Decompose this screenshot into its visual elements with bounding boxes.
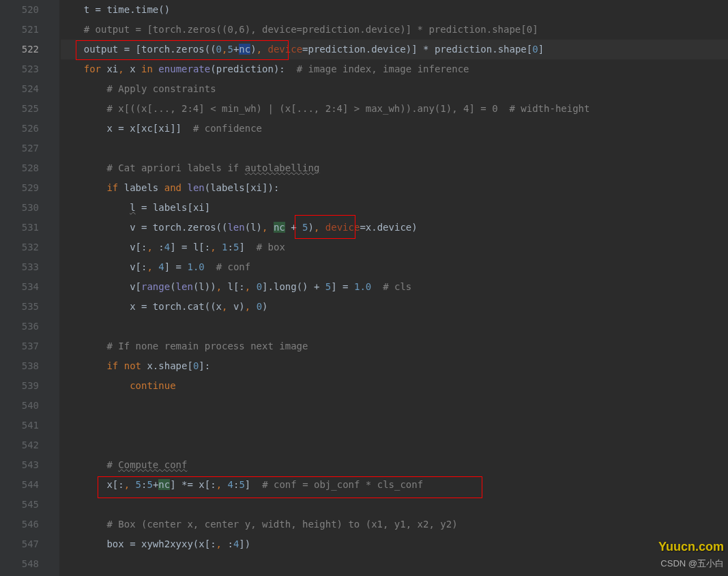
- code-line[interactable]: # Compute conf: [61, 455, 728, 475]
- line-number: 545: [0, 495, 39, 515]
- line-gutter: 5205215225235245255265275285295305315325…: [0, 0, 51, 576]
- code-line[interactable]: v[:, 4] = 1.0 # conf: [61, 257, 728, 277]
- code-editor[interactable]: 5205215225235245255265275285295305315325…: [0, 0, 728, 576]
- code-line[interactable]: box = xywh2xyxy(x[:, :4]): [61, 534, 728, 554]
- code-line[interactable]: # Cat apriori labels if autolabelling: [61, 158, 728, 178]
- line-number: 538: [0, 356, 39, 376]
- line-number: 547: [0, 534, 39, 554]
- code-line[interactable]: # x[((x[..., 2:4] < min_wh) | (x[..., 2:…: [61, 99, 728, 119]
- line-number: 526: [0, 119, 39, 139]
- line-number: 546: [0, 515, 39, 534]
- code-line[interactable]: [61, 416, 728, 435]
- code-line[interactable]: continue: [61, 376, 728, 396]
- line-number: 528: [0, 158, 39, 178]
- line-number: 535: [0, 297, 39, 317]
- line-number: 520: [0, 0, 39, 20]
- line-number: 540: [0, 396, 39, 416]
- code-line[interactable]: # output = [torch.zeros((0,6), device=pr…: [61, 20, 728, 40]
- code-line[interactable]: [61, 139, 728, 158]
- line-number: 543: [0, 455, 39, 475]
- line-number: 529: [0, 178, 39, 198]
- code-line[interactable]: x[:, 5:5+nc] *= x[:, 4:5] # conf = obj_c…: [61, 475, 728, 495]
- line-number: 524: [0, 79, 39, 99]
- code-line[interactable]: # Apply constraints: [61, 79, 728, 99]
- line-number: 531: [0, 218, 39, 237]
- code-line[interactable]: [61, 435, 728, 455]
- line-number: 530: [0, 198, 39, 218]
- code-line[interactable]: t = time.time(): [61, 0, 728, 20]
- line-number: 539: [0, 376, 39, 396]
- code-line-current[interactable]: output = [torch.zeros((0,5+nc), device=p…: [61, 40, 728, 59]
- line-number: 532: [0, 237, 39, 257]
- code-line[interactable]: x = torch.cat((x, v), 0): [61, 297, 728, 317]
- line-number: 548: [0, 554, 39, 574]
- line-number: 527: [0, 139, 39, 158]
- code-line[interactable]: [61, 396, 728, 416]
- code-line[interactable]: v = torch.zeros((len(l), nc + 5), device…: [61, 218, 728, 237]
- line-number: 542: [0, 435, 39, 455]
- line-number: 544: [0, 475, 39, 495]
- code-line[interactable]: l = labels[xi]: [61, 198, 728, 218]
- code-line[interactable]: x = x[xc[xi]] # confidence: [61, 119, 728, 139]
- csdn-footer: CSDN @五小白: [660, 553, 724, 573]
- line-number: 521: [0, 20, 39, 40]
- line-number: 523: [0, 59, 39, 79]
- line-number: 536: [0, 317, 39, 336]
- code-line[interactable]: if labels and len(labels[xi]):: [61, 178, 728, 198]
- line-number: 525: [0, 99, 39, 119]
- code-line[interactable]: [61, 317, 728, 336]
- line-number: 534: [0, 277, 39, 297]
- line-number: 533: [0, 257, 39, 277]
- code-line[interactable]: for xi, x in enumerate(prediction): # im…: [61, 59, 728, 79]
- line-number: 522: [0, 40, 39, 59]
- line-number: 537: [0, 336, 39, 356]
- code-area[interactable]: t = time.time() # output = [torch.zeros(…: [51, 0, 728, 576]
- code-line[interactable]: [61, 495, 728, 515]
- code-line[interactable]: [61, 554, 728, 574]
- code-line[interactable]: # Box (center x, center y, width, height…: [61, 515, 728, 534]
- code-line[interactable]: v[:, :4] = l[:, 1:5] # box: [61, 237, 728, 257]
- line-number: 541: [0, 416, 39, 435]
- code-line[interactable]: # If none remain process next image: [61, 336, 728, 356]
- code-line[interactable]: v[range(len(l)), l[:, 0].long() + 5] = 1…: [61, 277, 728, 297]
- code-line[interactable]: if not x.shape[0]:: [61, 356, 728, 376]
